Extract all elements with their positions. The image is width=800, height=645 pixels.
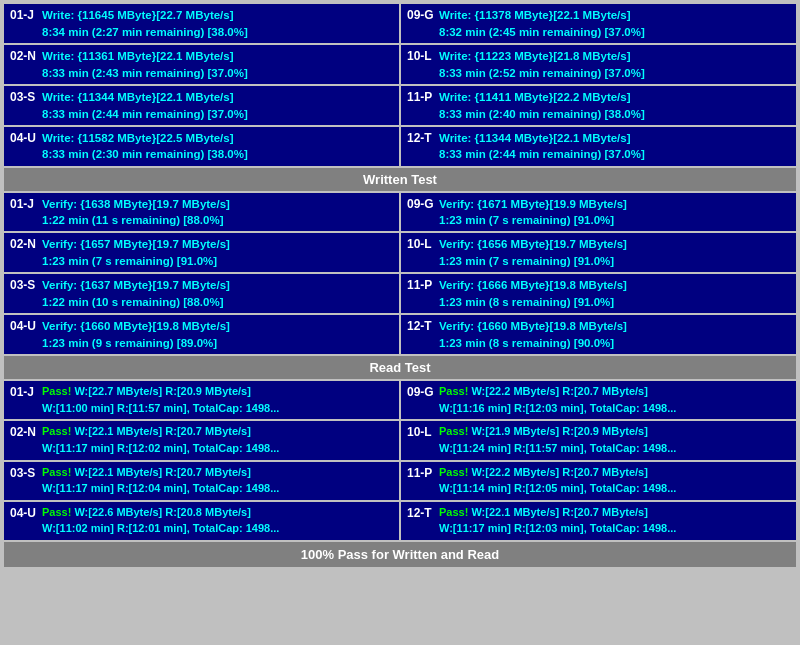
pass-02N-line1: W:[22.1 MByte/s] R:[20.7 MByte/s] <box>74 425 250 437</box>
write-11P-line2: 8:33 min (2:40 min remaining) [38.0%] <box>407 106 790 122</box>
verify-12T-line2: 1:23 min (8 s remaining) [90.0%] <box>407 335 790 351</box>
verify-10L-line1: Verify: {1656 MByte}[19.7 MByte/s] <box>439 236 790 252</box>
verify-01J-line2: 1:22 min (11 s remaining) [88.0%] <box>10 212 393 228</box>
write-12T-line1: Write: {11344 MByte}[22.1 MByte/s] <box>439 130 790 146</box>
write-10L-line1: Write: {11223 MByte}[21.8 MByte/s] <box>439 48 790 64</box>
pass-label-02N: 02-N <box>10 424 42 441</box>
verify-cell-04U: 04-U Verify: {1660 MByte}[19.8 MByte/s] … <box>4 315 399 354</box>
verify-section: 01-J Verify: {1638 MByte}[19.7 MByte/s] … <box>4 193 796 355</box>
pass-cell-02N: 02-N Pass! W:[22.1 MByte/s] R:[20.7 MByt… <box>4 421 399 459</box>
pass-03S-line2: W:[11:17 min] R:[12:04 min], TotalCap: 1… <box>10 481 393 496</box>
verify-label-12T: 12-T <box>407 318 439 335</box>
write-12T-line2: 8:33 min (2:44 min remaining) [37.0%] <box>407 146 790 162</box>
label-10L: 10-L <box>407 48 439 65</box>
pass-09G: Pass! W:[22.2 MByte/s] R:[20.7 MByte/s] <box>439 384 648 399</box>
pass-label-04U: 04-U <box>10 505 42 522</box>
pass-01J-line2: W:[11:00 min] R:[11:57 min], TotalCap: 1… <box>10 401 393 416</box>
pass-01J: Pass! W:[22.7 MByte/s] R:[20.9 MByte/s] <box>42 384 251 399</box>
label-02N: 02-N <box>10 48 42 65</box>
pass-11P: Pass! W:[22.2 MByte/s] R:[20.7 MByte/s] <box>439 465 648 480</box>
pass-03S-line1: W:[22.1 MByte/s] R:[20.7 MByte/s] <box>74 466 250 478</box>
pass-12T-line1: W:[22.1 MByte/s] R:[20.7 MByte/s] <box>471 506 647 518</box>
pass-label-10L: 10-L <box>407 424 439 441</box>
pass-cell-12T: 12-T Pass! W:[22.1 MByte/s] R:[20.7 MByt… <box>401 502 796 540</box>
verify-11P-line1: Verify: {1666 MByte}[19.8 MByte/s] <box>439 277 790 293</box>
verify-02N-line1: Verify: {1657 MByte}[19.7 MByte/s] <box>42 236 393 252</box>
verify-09G-line2: 1:23 min (7 s remaining) [91.0%] <box>407 212 790 228</box>
pass-10L: Pass! W:[21.9 MByte/s] R:[20.9 MByte/s] <box>439 424 648 439</box>
verify-10L-line2: 1:23 min (7 s remaining) [91.0%] <box>407 253 790 269</box>
verify-12T-line1: Verify: {1660 MByte}[19.8 MByte/s] <box>439 318 790 334</box>
read-section: 01-J Pass! W:[22.7 MByte/s] R:[20.9 MByt… <box>4 381 796 540</box>
label-03S: 03-S <box>10 89 42 106</box>
pass-label-01J: 01-J <box>10 384 42 401</box>
write-cell-01J: 01-J Write: {11645 MByte}[22.7 MByte/s] … <box>4 4 399 43</box>
write-cell-09G: 09-G Write: {11378 MByte}[22.1 MByte/s] … <box>401 4 796 43</box>
pass-04U-status: Pass! <box>42 506 71 518</box>
write-01J-line1: Write: {11645 MByte}[22.7 MByte/s] <box>42 7 393 23</box>
write-11P-line1: Write: {11411 MByte}[22.2 MByte/s] <box>439 89 790 105</box>
write-cell-03S: 03-S Write: {11344 MByte}[22.1 MByte/s] … <box>4 86 399 125</box>
pass-10L-status: Pass! <box>439 425 468 437</box>
label-11P: 11-P <box>407 89 439 106</box>
verify-04U-line2: 1:23 min (9 s remaining) [89.0%] <box>10 335 393 351</box>
pass-04U: Pass! W:[22.6 MByte/s] R:[20.8 MByte/s] <box>42 505 251 520</box>
pass-cell-04U: 04-U Pass! W:[22.6 MByte/s] R:[20.8 MByt… <box>4 502 399 540</box>
written-test-header: Written Test <box>4 168 796 191</box>
footer-bar: 100% Pass for Written and Read <box>4 542 796 567</box>
write-03S-line1: Write: {11344 MByte}[22.1 MByte/s] <box>42 89 393 105</box>
write-cell-04U: 04-U Write: {11582 MByte}[22.5 MByte/s] … <box>4 127 399 166</box>
verify-01J-line1: Verify: {1638 MByte}[19.7 MByte/s] <box>42 196 393 212</box>
label-04U: 04-U <box>10 130 42 147</box>
pass-01J-status: Pass! <box>42 385 71 397</box>
read-grid: 01-J Pass! W:[22.7 MByte/s] R:[20.9 MByt… <box>4 381 796 540</box>
pass-11P-line1: W:[22.2 MByte/s] R:[20.7 MByte/s] <box>471 466 647 478</box>
pass-02N-line2: W:[11:17 min] R:[12:02 min], TotalCap: 1… <box>10 441 393 456</box>
pass-12T: Pass! W:[22.1 MByte/s] R:[20.7 MByte/s] <box>439 505 648 520</box>
pass-01J-line1: W:[22.7 MByte/s] R:[20.9 MByte/s] <box>74 385 250 397</box>
pass-cell-10L: 10-L Pass! W:[21.9 MByte/s] R:[20.9 MByt… <box>401 421 796 459</box>
pass-09G-line2: W:[11:16 min] R:[12:03 min], TotalCap: 1… <box>407 401 790 416</box>
write-grid: 01-J Write: {11645 MByte}[22.7 MByte/s] … <box>4 4 796 166</box>
verify-label-03S: 03-S <box>10 277 42 294</box>
verify-cell-09G: 09-G Verify: {1671 MByte}[19.9 MByte/s] … <box>401 193 796 232</box>
verify-label-11P: 11-P <box>407 277 439 294</box>
write-02N-line2: 8:33 min (2:43 min remaining) [37.0%] <box>10 65 393 81</box>
verify-label-01J: 01-J <box>10 196 42 213</box>
pass-label-11P: 11-P <box>407 465 439 482</box>
write-section: 01-J Write: {11645 MByte}[22.7 MByte/s] … <box>4 4 796 166</box>
pass-10L-line1: W:[21.9 MByte/s] R:[20.9 MByte/s] <box>471 425 647 437</box>
verify-04U-line1: Verify: {1660 MByte}[19.8 MByte/s] <box>42 318 393 334</box>
verify-cell-10L: 10-L Verify: {1656 MByte}[19.7 MByte/s] … <box>401 233 796 272</box>
verify-label-09G: 09-G <box>407 196 439 213</box>
pass-label-09G: 09-G <box>407 384 439 401</box>
write-cell-12T: 12-T Write: {11344 MByte}[22.1 MByte/s] … <box>401 127 796 166</box>
pass-04U-line2: W:[11:02 min] R:[12:01 min], TotalCap: 1… <box>10 521 393 536</box>
label-01J: 01-J <box>10 7 42 24</box>
label-09G: 09-G <box>407 7 439 24</box>
verify-02N-line2: 1:23 min (7 s remaining) [91.0%] <box>10 253 393 269</box>
pass-04U-line1: W:[22.6 MByte/s] R:[20.8 MByte/s] <box>74 506 250 518</box>
write-04U-line2: 8:33 min (2:30 min remaining) [38.0%] <box>10 146 393 162</box>
read-test-header: Read Test <box>4 356 796 379</box>
pass-label-12T: 12-T <box>407 505 439 522</box>
verify-label-04U: 04-U <box>10 318 42 335</box>
pass-09G-status: Pass! <box>439 385 468 397</box>
verify-cell-11P: 11-P Verify: {1666 MByte}[19.8 MByte/s] … <box>401 274 796 313</box>
write-09G-line1: Write: {11378 MByte}[22.1 MByte/s] <box>439 7 790 23</box>
pass-03S: Pass! W:[22.1 MByte/s] R:[20.7 MByte/s] <box>42 465 251 480</box>
verify-cell-02N: 02-N Verify: {1657 MByte}[19.7 MByte/s] … <box>4 233 399 272</box>
pass-12T-line2: W:[11:17 min] R:[12:03 min], TotalCap: 1… <box>407 521 790 536</box>
pass-cell-11P: 11-P Pass! W:[22.2 MByte/s] R:[20.7 MByt… <box>401 462 796 500</box>
pass-label-03S: 03-S <box>10 465 42 482</box>
write-cell-10L: 10-L Write: {11223 MByte}[21.8 MByte/s] … <box>401 45 796 84</box>
write-03S-line2: 8:33 min (2:44 min remaining) [37.0%] <box>10 106 393 122</box>
pass-cell-01J: 01-J Pass! W:[22.7 MByte/s] R:[20.9 MByt… <box>4 381 399 419</box>
verify-label-10L: 10-L <box>407 236 439 253</box>
verify-11P-line2: 1:23 min (8 s remaining) [91.0%] <box>407 294 790 310</box>
verify-label-02N: 02-N <box>10 236 42 253</box>
pass-02N: Pass! W:[22.1 MByte/s] R:[20.7 MByte/s] <box>42 424 251 439</box>
pass-11P-status: Pass! <box>439 466 468 478</box>
verify-03S-line1: Verify: {1637 MByte}[19.7 MByte/s] <box>42 277 393 293</box>
verify-03S-line2: 1:22 min (10 s remaining) [88.0%] <box>10 294 393 310</box>
